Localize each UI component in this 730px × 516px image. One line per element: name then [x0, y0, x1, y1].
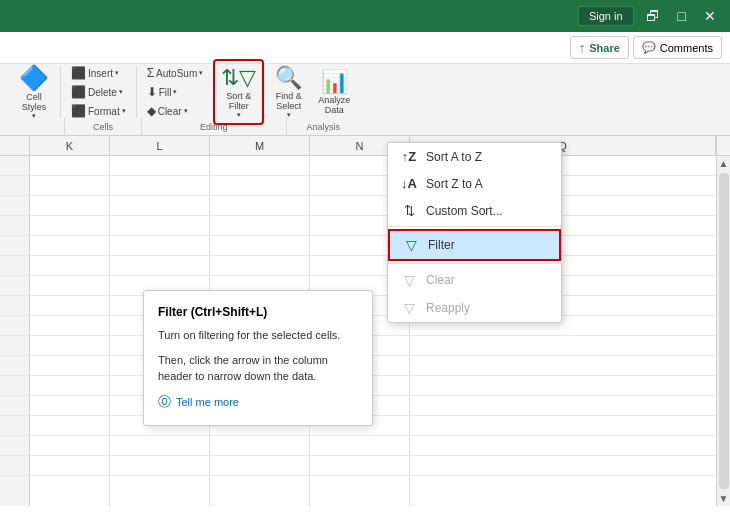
col-header-l[interactable]: L: [110, 136, 210, 155]
cell-k2[interactable]: [30, 176, 109, 196]
close-icon[interactable]: ✕: [698, 4, 722, 28]
row-header-16[interactable]: [0, 456, 29, 476]
col-header-m[interactable]: M: [210, 136, 310, 155]
find-select-button[interactable]: 🔍 Find &Select ▾: [270, 62, 307, 122]
cell-styles-button[interactable]: 🔷 CellStyles ▾: [14, 61, 54, 123]
row-header-11[interactable]: [0, 356, 29, 376]
row-header-9[interactable]: [0, 316, 29, 336]
cell-l1[interactable]: [110, 156, 209, 176]
row-header-15[interactable]: [0, 436, 29, 456]
custom-sort-item[interactable]: ⇅ Custom Sort...: [388, 197, 561, 224]
share-button[interactable]: ↑ Share: [570, 36, 629, 59]
vertical-scrollbar[interactable]: ▲ ▼: [716, 156, 730, 506]
cell-m2[interactable]: [210, 176, 309, 196]
sort-z-to-a-item[interactable]: ↓A Sort Z to A: [388, 170, 561, 197]
cell-n16[interactable]: [310, 456, 409, 476]
sort-z-a-icon: ↓A: [400, 176, 418, 191]
cell-q16[interactable]: [410, 456, 729, 476]
fill-button[interactable]: ⬇ Fill ▾: [143, 83, 208, 101]
cell-q15[interactable]: [410, 436, 729, 456]
cell-k6[interactable]: [30, 256, 109, 276]
row-header-12[interactable]: [0, 376, 29, 396]
row-header-2[interactable]: [0, 176, 29, 196]
row-header-3[interactable]: [0, 196, 29, 216]
share-icon: ↑: [579, 40, 586, 55]
cell-l15[interactable]: [110, 436, 209, 456]
cell-q10[interactable]: [410, 336, 729, 356]
cell-k12[interactable]: [30, 376, 109, 396]
title-bar: Sign in 🗗 □ ✕: [0, 0, 730, 32]
row-header-8[interactable]: [0, 296, 29, 316]
clear-filter-item[interactable]: ▽ Clear: [388, 266, 561, 294]
share-bar: ↑ Share 💬 Comments: [0, 32, 730, 64]
cell-q14[interactable]: [410, 416, 729, 436]
reapply-filter-item[interactable]: ▽ Reapply: [388, 294, 561, 322]
cell-m6[interactable]: [210, 256, 309, 276]
cell-styles-icon: 🔷: [19, 64, 49, 92]
scrollbar-track[interactable]: [719, 173, 729, 489]
row-header-6[interactable]: [0, 256, 29, 276]
cell-m16[interactable]: [210, 456, 309, 476]
cell-k4[interactable]: [30, 216, 109, 236]
cell-m4[interactable]: [210, 216, 309, 236]
grid-area: [30, 156, 730, 506]
insert-button[interactable]: ⬛ Insert ▾: [67, 64, 130, 82]
comments-icon: 💬: [642, 41, 656, 54]
reapply-filter-icon: ▽: [400, 300, 418, 316]
filter-icon: ▽: [402, 237, 420, 253]
cell-k16[interactable]: [30, 456, 109, 476]
maximize-icon[interactable]: □: [672, 4, 692, 28]
cell-k10[interactable]: [30, 336, 109, 356]
row-col-spacer: [0, 136, 30, 155]
cell-q12[interactable]: [410, 376, 729, 396]
row-header-13[interactable]: [0, 396, 29, 416]
scroll-down-icon[interactable]: ▼: [717, 491, 730, 506]
cell-m1[interactable]: [210, 156, 309, 176]
row-header-5[interactable]: [0, 236, 29, 256]
row-header-4[interactable]: [0, 216, 29, 236]
row-header-1[interactable]: [0, 156, 29, 176]
row-header-14[interactable]: [0, 416, 29, 436]
insert-arrow-icon: ▾: [115, 69, 119, 77]
filter-item[interactable]: ▽ Filter: [388, 229, 561, 261]
cell-k15[interactable]: [30, 436, 109, 456]
cell-m5[interactable]: [210, 236, 309, 256]
col-header-k[interactable]: K: [30, 136, 110, 155]
cell-k8[interactable]: [30, 296, 109, 316]
autosum-button[interactable]: Σ AutoSum ▾: [143, 64, 208, 82]
cell-q11[interactable]: [410, 356, 729, 376]
analyze-data-button[interactable]: 📊 AnalyzeData: [313, 66, 355, 118]
row-header-7[interactable]: [0, 276, 29, 296]
row-header-10[interactable]: [0, 336, 29, 356]
cell-k9[interactable]: [30, 316, 109, 336]
cell-l6[interactable]: [110, 256, 209, 276]
cell-k11[interactable]: [30, 356, 109, 376]
cell-k3[interactable]: [30, 196, 109, 216]
cell-k7[interactable]: [30, 276, 109, 296]
scroll-up-icon[interactable]: ▲: [717, 156, 730, 171]
delete-button[interactable]: ⬛ Delete ▾: [67, 83, 130, 101]
cell-l16[interactable]: [110, 456, 209, 476]
sort-a-to-z-item[interactable]: ↑Z Sort A to Z: [388, 143, 561, 170]
row-headers: [0, 156, 30, 506]
cell-m3[interactable]: [210, 196, 309, 216]
cell-n15[interactable]: [310, 436, 409, 456]
sort-filter-button[interactable]: ⇅▽ Sort &Filter ▾: [213, 59, 264, 125]
tell-me-more-link[interactable]: ⓪ Tell me more: [158, 393, 358, 411]
cell-l4[interactable]: [110, 216, 209, 236]
clear-arrow-icon: ▾: [184, 107, 188, 115]
grid-col-k[interactable]: [30, 156, 110, 506]
cell-q13[interactable]: [410, 396, 729, 416]
comments-button[interactable]: 💬 Comments: [633, 36, 722, 59]
cell-k1[interactable]: [30, 156, 109, 176]
cell-l2[interactable]: [110, 176, 209, 196]
cell-k14[interactable]: [30, 416, 109, 436]
signin-button[interactable]: Sign in: [578, 6, 634, 26]
cell-l5[interactable]: [110, 236, 209, 256]
cell-m15[interactable]: [210, 436, 309, 456]
cell-k13[interactable]: [30, 396, 109, 416]
editing-group: Σ AutoSum ▾ ⬇ Fill ▾ ◆ Clear ▾ ⇅▽ Sort &…: [137, 66, 362, 118]
restore-icon[interactable]: 🗗: [640, 4, 666, 28]
cell-k5[interactable]: [30, 236, 109, 256]
cell-l3[interactable]: [110, 196, 209, 216]
